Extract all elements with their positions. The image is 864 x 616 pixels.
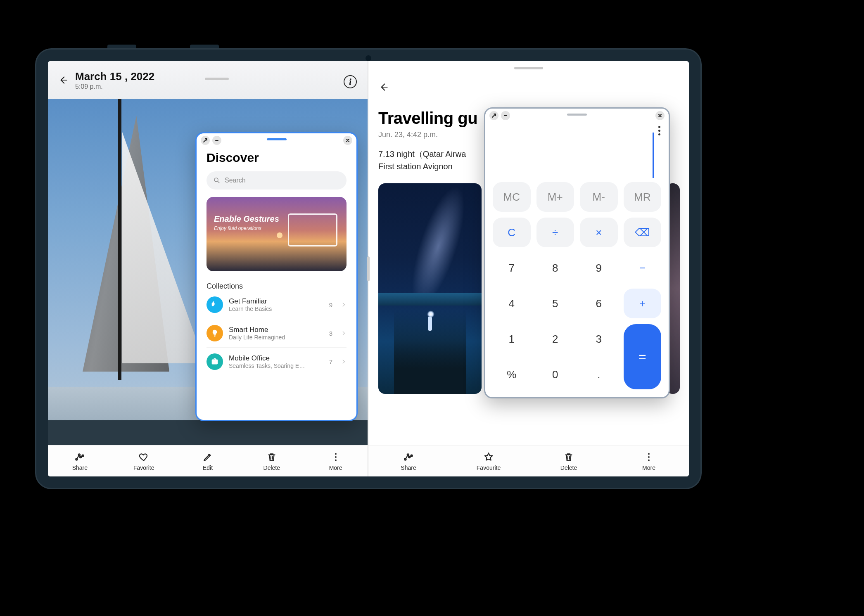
banner-art: [288, 213, 337, 246]
discover-title: Discover: [207, 151, 347, 165]
key-plus[interactable]: +: [624, 289, 662, 318]
minimize-button[interactable]: [501, 111, 510, 120]
banner-art: [277, 232, 282, 238]
share-label: Share: [72, 464, 88, 471]
svg-point-14: [648, 460, 650, 461]
floating-window-titlebar[interactable]: [485, 109, 669, 122]
photo-content: [122, 132, 205, 363]
gallery-bottom-bar: Share Favorite Edit: [48, 445, 368, 476]
search-icon: [213, 177, 221, 184]
split-resize-handle[interactable]: [367, 256, 370, 281]
photo-date: March 15 , 2022: [75, 70, 154, 83]
floating-drag-handle[interactable]: [567, 114, 587, 116]
photo-content: [118, 99, 121, 380]
more-icon: [643, 451, 655, 463]
info-button[interactable]: i: [344, 75, 357, 88]
key-mc[interactable]: MC: [493, 182, 531, 212]
pane-drag-handle[interactable]: [205, 78, 229, 80]
key-minus[interactable]: −: [624, 253, 662, 283]
gallery-header: March 15 , 2022 5:09 p.m. i: [48, 61, 368, 99]
key-multiply[interactable]: ×: [580, 218, 618, 247]
search-input[interactable]: Search: [207, 171, 347, 190]
favorite-button[interactable]: Favorite: [125, 451, 162, 471]
collection-count: 7: [329, 358, 332, 365]
fullscreen-button[interactable]: [201, 136, 210, 145]
delete-label: Delete: [263, 464, 280, 471]
fullscreen-button[interactable]: [489, 111, 498, 120]
discover-floating-window[interactable]: Discover Search Enable Gestures Enjoy fl…: [195, 132, 358, 421]
key-9[interactable]: 9: [580, 253, 618, 283]
key-5[interactable]: 5: [536, 289, 574, 318]
key-1[interactable]: 1: [493, 324, 531, 354]
edit-label: Edit: [203, 464, 213, 471]
delete-button[interactable]: Delete: [253, 451, 290, 471]
key-percent[interactable]: %: [493, 360, 531, 389]
note-date: Jun. 23, 4:42 p.m.: [378, 130, 438, 139]
photo-content: [48, 420, 368, 445]
key-6[interactable]: 6: [580, 289, 618, 318]
collection-item-get-familiar[interactable]: Get Familiar Learn the Basics 9: [207, 291, 347, 319]
back-button[interactable]: [378, 82, 391, 94]
svg-point-7: [214, 178, 218, 182]
calculator-floating-window[interactable]: MC M+ M- MR C ÷ × ⌫ 7 8 9 − 4 5: [484, 107, 670, 398]
key-backspace[interactable]: ⌫: [624, 218, 662, 247]
hand-icon: [207, 296, 223, 313]
share-button[interactable]: Share: [390, 451, 427, 471]
share-label: Share: [401, 464, 416, 471]
key-divide[interactable]: ÷: [536, 218, 574, 247]
collections-header: Collections: [207, 282, 347, 291]
floating-drag-handle[interactable]: [267, 138, 287, 140]
favourite-button[interactable]: Favourite: [470, 451, 507, 471]
key-2[interactable]: 2: [536, 324, 574, 354]
more-button[interactable]: More: [317, 451, 354, 471]
key-equals[interactable]: =: [624, 324, 662, 389]
banner-text: Enable Gestures Enjoy fluid operations: [214, 214, 279, 231]
chevron-right-icon: [341, 359, 347, 365]
split-pane-right: Travelling gu Jun. 23, 4:42 p.m. 7.13 ni…: [368, 61, 689, 476]
key-7[interactable]: 7: [493, 253, 531, 283]
calculator-more-button[interactable]: [658, 126, 660, 135]
share-icon: [402, 451, 415, 463]
note-title[interactable]: Travelling gu: [378, 109, 477, 128]
close-button[interactable]: [655, 111, 665, 120]
split-pane-left: March 15 , 2022 5:09 p.m. i Share: [48, 61, 368, 476]
banner-subtitle: Enjoy fluid operations: [214, 225, 279, 231]
delete-label: Delete: [560, 464, 577, 471]
svg-point-4: [335, 453, 337, 455]
key-8[interactable]: 8: [536, 253, 574, 283]
close-button[interactable]: [343, 136, 352, 145]
collection-subtitle: Seamless Tasks, Soaring E…: [229, 362, 323, 369]
edit-button[interactable]: Edit: [189, 451, 226, 471]
more-button[interactable]: More: [630, 451, 667, 471]
delete-button[interactable]: Delete: [550, 451, 587, 471]
notes-app: Travelling gu Jun. 23, 4:42 p.m. 7.13 ni…: [368, 61, 689, 476]
collection-item-mobile-office[interactable]: Mobile Office Seamless Tasks, Soaring E……: [207, 348, 347, 376]
note-line[interactable]: 7.13 night（Qatar Airwa: [378, 149, 466, 160]
key-mr[interactable]: MR: [624, 182, 662, 212]
key-3[interactable]: 3: [580, 324, 618, 354]
collection-title: Get Familiar: [229, 297, 323, 306]
back-button[interactable]: [57, 74, 69, 86]
minimize-button[interactable]: [212, 136, 221, 145]
bulb-icon: [207, 325, 223, 341]
discover-banner-card[interactable]: Enable Gestures Enjoy fluid operations: [207, 197, 347, 271]
calculator-cursor: [653, 133, 654, 178]
collection-item-smart-home[interactable]: Smart Home Daily Life Reimagined 3: [207, 319, 347, 348]
trash-icon: [563, 451, 575, 463]
key-mplus[interactable]: M+: [536, 182, 574, 212]
key-0[interactable]: 0: [536, 360, 574, 389]
note-image[interactable]: [378, 183, 482, 394]
key-dot[interactable]: .: [580, 360, 618, 389]
key-mminus[interactable]: M-: [580, 182, 618, 212]
pane-drag-handle[interactable]: [514, 67, 543, 69]
svg-point-12: [648, 453, 650, 455]
floating-window-titlebar[interactable]: [197, 133, 356, 147]
note-line[interactable]: First station Avignon: [378, 162, 453, 171]
discover-body: Discover Search Enable Gestures Enjoy fl…: [197, 147, 356, 420]
svg-point-5: [335, 456, 337, 458]
share-button[interactable]: Share: [61, 451, 98, 471]
collection-count: 3: [329, 330, 332, 337]
key-4[interactable]: 4: [493, 289, 531, 318]
calculator-display[interactable]: [485, 122, 669, 180]
key-clear[interactable]: C: [493, 218, 531, 247]
